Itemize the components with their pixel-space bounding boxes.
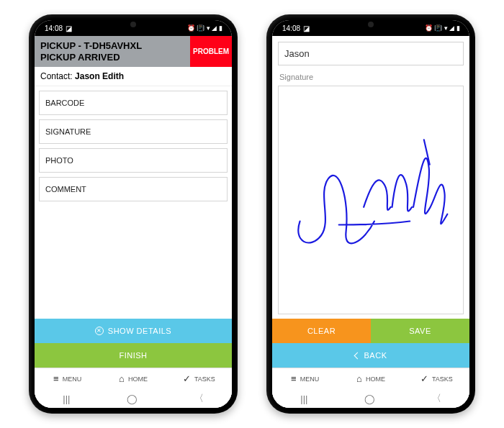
screen-right: 14:08 ◪ ⏰ 📳 ▾ ◢ ▮ Jason Signature — [272, 20, 469, 408]
android-home-icon[interactable]: ◯ — [127, 393, 138, 404]
signature-pad[interactable] — [278, 86, 464, 314]
bottom-nav: ≡ MENU ⌂ HOME ✓ TASKS — [272, 368, 469, 389]
task-header: PICKUP - T-DH5AVHXL PICKUP ARRIVED PROBL… — [35, 36, 232, 67]
header-line1: PICKUP - T-DH5AVHXL — [40, 40, 184, 52]
nav-menu[interactable]: ≡ MENU — [35, 373, 100, 384]
android-back-icon[interactable]: 〈 — [194, 392, 204, 405]
name-input[interactable]: Jason — [278, 42, 464, 65]
status-time: 14:08 — [45, 24, 63, 32]
show-details-button[interactable]: ✕ SHOW DETAILS — [35, 319, 232, 343]
back-button[interactable]: BACK — [272, 343, 469, 368]
contact-label: Contact: — [40, 71, 73, 81]
home-icon: ⌂ — [356, 373, 362, 384]
details-icon: ✕ — [95, 327, 104, 335]
home-icon: ⌂ — [119, 373, 125, 384]
hamburger-icon: ≡ — [291, 373, 297, 384]
finish-button[interactable]: FINISH — [35, 343, 232, 368]
vibrate-icon: 📳 — [434, 24, 442, 32]
android-nav: ||| ◯ 〈 — [35, 389, 232, 408]
check-icon: ✓ — [420, 373, 428, 384]
list-item-barcode[interactable]: BARCODE — [39, 91, 228, 115]
nav-home[interactable]: ⌂ HOME — [338, 373, 403, 384]
camera-notch — [130, 22, 136, 27]
status-note-icon: ◪ — [66, 24, 72, 32]
clear-button[interactable]: CLEAR — [272, 319, 371, 343]
contact-name: Jason Edith — [75, 71, 124, 81]
list-item-photo[interactable]: PHOTO — [39, 148, 228, 173]
phone-left: 14:08 ◪ ⏰ 📳 ▾ ◢ ▮ PICKUP - T-DH5AVHXL PI… — [29, 14, 238, 414]
chevron-left-icon — [354, 352, 361, 359]
header-line2: PICKUP ARRIVED — [40, 52, 184, 63]
alarm-icon: ⏰ — [187, 24, 195, 32]
signal-icon: ◢ — [449, 24, 454, 32]
nav-home[interactable]: ⌂ HOME — [100, 373, 166, 384]
android-recents-icon[interactable]: ||| — [63, 393, 70, 404]
android-back-icon[interactable]: 〈 — [432, 392, 441, 405]
problem-button[interactable]: PROBLEM — [190, 36, 232, 67]
status-note-icon: ◪ — [303, 24, 310, 32]
nav-tasks[interactable]: ✓ TASKS — [404, 373, 469, 384]
vibrate-icon: 📳 — [197, 24, 204, 32]
signature-stroke — [279, 86, 463, 314]
phone-right: 14:08 ◪ ⏰ 📳 ▾ ◢ ▮ Jason Signature — [266, 14, 475, 414]
list-item-signature[interactable]: SIGNATURE — [39, 119, 228, 144]
camera-notch — [368, 22, 374, 27]
list-item-comment[interactable]: COMMENT — [39, 177, 228, 201]
battery-icon: ▮ — [219, 24, 222, 32]
signal-icon: ◢ — [212, 24, 217, 32]
action-list: BARCODE SIGNATURE PHOTO COMMENT — [35, 86, 232, 319]
android-recents-icon[interactable]: ||| — [300, 393, 307, 404]
contact-row: Contact: Jason Edith — [35, 67, 232, 86]
android-home-icon[interactable]: ◯ — [364, 393, 375, 404]
signature-label: Signature — [272, 71, 469, 83]
nav-tasks[interactable]: ✓ TASKS — [166, 373, 232, 384]
alarm-icon: ⏰ — [425, 24, 433, 32]
check-icon: ✓ — [183, 373, 191, 384]
hamburger-icon: ≡ — [53, 373, 59, 384]
save-button[interactable]: SAVE — [371, 319, 469, 343]
android-nav: ||| ◯ 〈 — [272, 389, 469, 408]
status-time: 14:08 — [282, 24, 300, 32]
wifi-icon: ▾ — [207, 24, 210, 32]
screen-left: 14:08 ◪ ⏰ 📳 ▾ ◢ ▮ PICKUP - T-DH5AVHXL PI… — [35, 20, 232, 408]
nav-menu[interactable]: ≡ MENU — [272, 373, 338, 384]
wifi-icon: ▾ — [444, 24, 448, 32]
bottom-nav: ≡ MENU ⌂ HOME ✓ TASKS — [35, 368, 232, 389]
battery-icon: ▮ — [456, 24, 460, 32]
